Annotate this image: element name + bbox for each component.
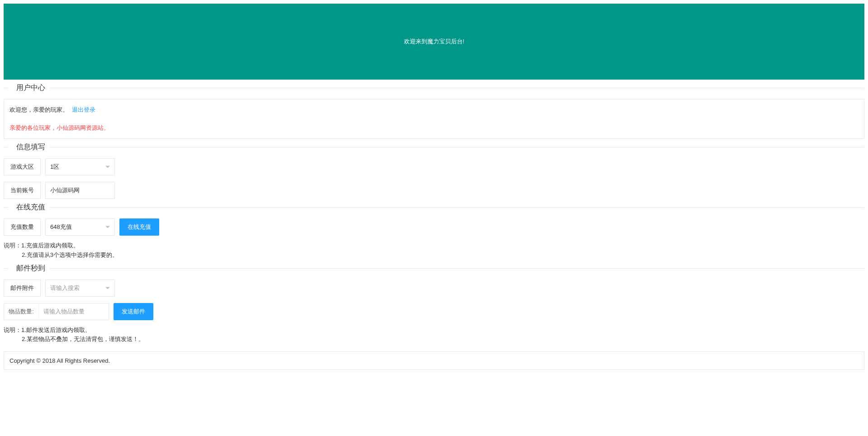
mail-section: 邮件秒到 邮件附件 请输入搜索 物品数量: 发送邮件 说明：1.邮件发送后游戏内… <box>4 264 864 345</box>
mail-legend: 邮件秒到 <box>8 264 50 273</box>
recharge-desc-1: 1.充值后游戏内领取。 <box>21 242 79 249</box>
recharge-legend: 在线充值 <box>8 203 50 212</box>
mail-qty-label: 物品数量: <box>4 303 39 320</box>
notice-text: 亲爱的各位玩家，小仙源码网资源站。 <box>9 124 859 132</box>
user-center-legend: 用户中心 <box>8 83 50 93</box>
mail-attach-label: 邮件附件 <box>4 280 41 297</box>
desc-prefix: 说明： <box>4 242 21 249</box>
recharge-button[interactable]: 在线充值 <box>119 218 159 236</box>
chevron-down-icon <box>105 166 110 168</box>
recharge-amount-label: 充值数量 <box>4 218 41 236</box>
account-label: 当前账号 <box>4 182 41 199</box>
mail-desc-2: 2.某些物品不叠加，无法清背包，谨慎发送！。 <box>22 335 864 344</box>
account-input[interactable] <box>45 182 115 199</box>
recharge-desc: 说明：1.充值后游戏内领取。 2.充值请从3个选项中选择你需要的。 <box>4 241 864 260</box>
mail-attach-select[interactable]: 请输入搜索 <box>45 280 115 297</box>
zone-select[interactable]: 1区 <box>45 158 115 175</box>
zone-label: 游戏大区 <box>4 158 41 175</box>
user-center-section: 用户中心 欢迎您，亲爱的玩家。 退出登录 亲爱的各位玩家，小仙源码网资源站。 <box>4 83 864 139</box>
chevron-down-icon <box>105 226 110 228</box>
recharge-amount-value: 648充值 <box>50 223 72 231</box>
copyright-text: Copyright © 2018 All Rights Reserved. <box>9 357 110 364</box>
recharge-section: 在线充值 充值数量 648充值 在线充值 说明：1.充值后游戏内领取。 2.充值… <box>4 203 864 260</box>
header-banner: 欢迎来到魔力宝贝后台! <box>4 4 864 80</box>
info-form-section: 信息填写 游戏大区 1区 当前账号 <box>4 142 864 199</box>
logout-link[interactable]: 退出登录 <box>72 106 95 113</box>
chevron-down-icon <box>105 287 110 289</box>
mail-qty-input[interactable] <box>39 303 109 320</box>
zone-select-value: 1区 <box>50 163 59 171</box>
recharge-desc-2: 2.充值请从3个选项中选择你需要的。 <box>22 251 864 260</box>
mail-attach-placeholder: 请输入搜索 <box>50 284 80 292</box>
desc-prefix: 说明： <box>4 327 21 333</box>
mail-desc: 说明：1.邮件发送后游戏内领取。 2.某些物品不叠加，无法清背包，谨慎发送！。 <box>4 326 864 345</box>
recharge-amount-select[interactable]: 648充值 <box>45 218 115 236</box>
send-mail-button[interactable]: 发送邮件 <box>114 303 153 320</box>
info-form-legend: 信息填写 <box>8 142 50 152</box>
welcome-box: 欢迎您，亲爱的玩家。 退出登录 亲爱的各位玩家，小仙源码网资源站。 <box>4 99 864 139</box>
mail-qty-group: 物品数量: <box>4 303 109 320</box>
welcome-text: 欢迎您，亲爱的玩家。 <box>9 106 68 113</box>
footer: Copyright © 2018 All Rights Reserved. <box>4 351 864 370</box>
banner-title: 欢迎来到魔力宝贝后台! <box>404 38 465 46</box>
mail-desc-1: 1.邮件发送后游戏内领取。 <box>21 327 91 333</box>
